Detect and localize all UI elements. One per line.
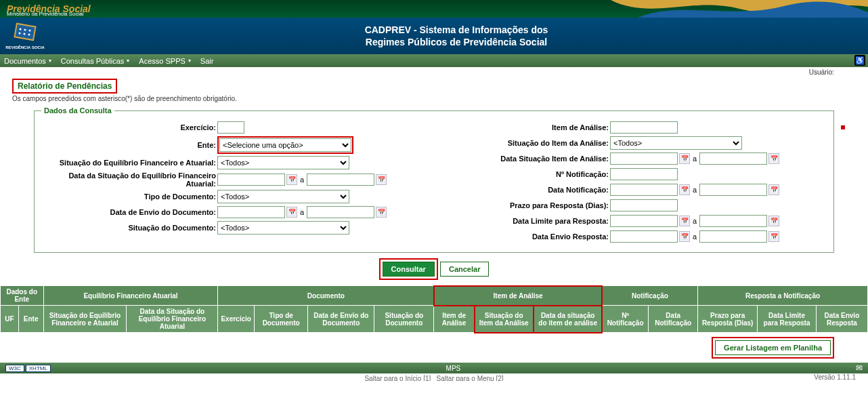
item-analise-input[interactable] [610,121,678,134]
validation-badges: W3C XHTML [5,365,51,372]
num-notificacao-input[interactable] [610,168,678,180]
label-data-notificacao: Data Notificação: [434,186,610,194]
calendar-icon[interactable]: 📅 [768,153,779,164]
consultar-button[interactable]: Consultar [383,262,435,277]
table-column-header-row: UF Ente Situação do Equilíbrio Financeir… [1,306,868,333]
required-fields-hint: Os campos precedidos com asterisco(*) sã… [12,95,868,102]
label-item-analise: Item de Análise: [434,123,610,131]
label-sit-equilibrio: Situação do Equilíbrio Financeiro e Atua… [41,159,217,167]
svg-point-7 [28,34,30,36]
label-num-notificacao: Nº Notificação: [434,170,610,178]
user-info-bar: Usuário: [0,67,868,76]
svg-point-3 [24,29,26,31]
sit-item-analise-select[interactable]: <Todos> [610,136,742,150]
col-exercicio: Exercício [218,306,254,333]
col-ente: Ente [18,306,43,333]
decorative-swoosh-icon [611,0,868,18]
app-banner: PREVIDÊNCIA SOCIAL CADPREV - Sistema de … [0,18,868,54]
consultar-highlight: Consultar [379,258,438,280]
label-prazo-resposta: Prazo para Resposta (Dias): [434,201,610,209]
col-data-envio-doc: Data de Envio do Documento [308,306,374,333]
calendar-icon[interactable]: 📅 [286,174,297,185]
w3c-badge: W3C [5,365,24,372]
data-sit-item-from-input[interactable] [610,153,678,165]
footer-bar: W3C XHTML MPS ✉ [0,363,868,373]
col-data-sit-equilibrio: Data da Situação do Equilíbrio Financeir… [127,306,218,333]
skip-inicio-link[interactable]: Saltar para o Início [1] [364,375,431,381]
label-data-envio-resposta: Data Envio Resposta: [434,232,610,241]
menu-acesso-spps[interactable]: Acesso SPPS▾ [139,57,190,65]
exercicio-input[interactable] [217,121,244,134]
usuario-label: Usuário: [809,68,834,76]
data-envio-resposta-to-input[interactable] [699,230,767,243]
calendar-icon[interactable]: 📅 [679,184,690,195]
label-sit-item-analise: Situação do Item da Análise: [434,139,610,147]
calendar-icon[interactable]: 📅 [376,207,387,218]
data-sit-equilibrio-to-input[interactable] [307,174,374,186]
col-group-documento: Documento [218,286,434,306]
data-envio-resposta-from-input[interactable] [610,230,678,243]
col-num-notif: Nº Notificação [602,306,648,333]
data-envio-doc-from-input[interactable] [217,206,285,218]
ente-highlight: <Selecione uma opção> [217,136,353,154]
menu-consultas-publicas[interactable]: Consultas Públicas▾ [61,57,130,65]
accessibility-icon[interactable]: ♿ [854,55,865,66]
form-right-column: Item de Análise: Situação do Item da Aná… [434,119,827,245]
label-data-envio-doc: Data de Envio do Documento: [41,208,217,216]
label-data-limite-resposta: Data Limite para Resposta: [434,217,610,225]
col-group-equilibrio: Equilíbrio Financeiro Atuarial [43,286,218,306]
col-item-analise: Item de Análise [434,306,475,333]
data-limite-from-input[interactable] [610,215,678,227]
chevron-down-icon: ▾ [49,58,51,64]
svg-text:PREVIDÊNCIA SOCIAL: PREVIDÊNCIA SOCIAL [5,45,45,49]
prazo-resposta-input[interactable] [610,199,678,211]
ente-select[interactable]: <Selecione uma opção> [219,138,351,152]
app-title: CADPREV - Sistema de Informações dos Reg… [45,24,868,48]
col-group-resposta: Resposta a Notificação [698,286,868,306]
mail-icon[interactable]: ✉ [856,363,863,373]
data-notificacao-from-input[interactable] [610,184,678,196]
col-data-sit-item: Data da situação do item de análise [534,306,602,333]
menu-documentos[interactable]: Documentos▾ [4,57,51,65]
tipo-documento-select[interactable]: <Todos> [217,190,349,203]
ministry-header: Previdência Social Ministério da Previdê… [0,0,868,18]
data-notificacao-to-input[interactable] [699,184,767,196]
calendar-icon[interactable]: 📅 [679,216,690,226]
svg-point-5 [19,33,21,35]
data-envio-doc-to-input[interactable] [307,206,374,218]
page-title: Relatório de Pendências [12,79,117,94]
data-sit-item-to-input[interactable] [699,153,767,165]
main-menubar: Documentos▾ Consultas Públicas▾ Acesso S… [0,54,868,67]
fieldset-legend: Dados da Consulta [41,106,114,115]
calendar-icon[interactable]: 📅 [679,153,690,164]
dados-consulta-fieldset: Dados da Consulta Exercício: Ente: <Sele… [34,106,834,253]
calendar-icon[interactable]: 📅 [768,231,779,242]
data-sit-equilibrio-from-input[interactable] [217,174,285,186]
svg-point-4 [29,30,31,32]
previdencia-logo-icon: PREVIDÊNCIA SOCIAL [5,20,45,50]
logo-box: PREVIDÊNCIA SOCIAL [5,20,45,52]
sit-documento-select[interactable]: <Todos> [217,221,349,235]
col-sit-doc: Situação do Documento [374,306,434,333]
cancelar-button[interactable]: Cancelar [440,262,489,277]
label-sit-documento: Situação do Documento: [41,224,217,232]
menu-sair[interactable]: Sair [200,57,214,65]
calendar-icon[interactable]: 📅 [768,216,779,226]
calendar-icon[interactable]: 📅 [286,207,297,218]
chevron-down-icon: ▾ [127,58,129,64]
col-tipo-doc: Tipo de Documento [254,306,307,333]
col-group-dados-ente: Dados do Ente [1,286,44,306]
calendar-icon[interactable]: 📅 [376,174,387,185]
action-buttons-row: Consultar Cancelar [0,258,868,280]
chevron-down-icon: ▾ [188,58,191,64]
data-limite-to-input[interactable] [699,215,767,227]
label-ente: Ente: [41,141,217,149]
calendar-icon[interactable]: 📅 [768,184,779,195]
col-group-item-analise: Item de Análise [434,286,603,306]
calendar-icon[interactable]: 📅 [679,231,690,242]
col-prazo: Prazo para Resposta (Dias) [698,306,758,333]
sit-equilibrio-select[interactable]: <Todos> [217,156,349,169]
svg-point-2 [20,28,22,31]
gerar-listagem-planilha-button[interactable]: Gerar Listagem em Planilha [715,340,831,355]
skip-menu-link[interactable]: Saltar para o Menu [2] [437,375,504,381]
